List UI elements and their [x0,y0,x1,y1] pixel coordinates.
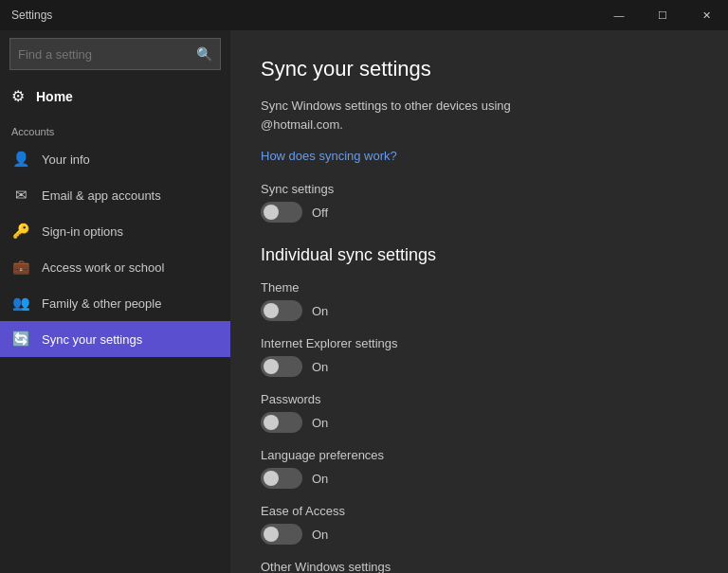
search-bar[interactable]: 🔍 [9,38,221,70]
passwords-toggle-container: On [261,412,698,433]
language-state: On [312,472,328,486]
sync-settings-toggle-knob [264,205,279,220]
sync-item-ie-settings: Internet Explorer settings On [261,336,698,377]
sync-settings-state: Off [312,206,328,220]
language-toggle[interactable] [261,468,302,489]
sync-description: Sync Windows settings to other devices u… [261,97,698,134]
passwords-state: On [312,416,328,430]
sidebar-item-family-other-people[interactable]: 👥 Family & other people [0,285,230,321]
sync-settings-toggle[interactable] [261,202,302,223]
home-icon: ⚙ [11,87,25,105]
sync-settings-label: Sync settings [261,182,698,196]
sync-item-language: Language preferences On [261,448,698,489]
family-other-people-label: Family & other people [42,296,161,311]
sync-settings-toggle-row: Sync settings Off [261,182,698,223]
titlebar: Settings — ☐ ✕ [0,0,728,30]
sync-your-settings-label: Sync your settings [42,332,142,347]
sync-item-other-windows: Other Windows settings On [261,560,698,573]
passwords-toggle-knob [264,415,279,430]
ie-state: On [312,360,328,374]
family-icon: 👥 [11,295,30,312]
minimize-button[interactable]: — [597,0,641,30]
language-label: Language preferences [261,448,698,462]
ie-toggle[interactable] [261,356,302,377]
ie-toggle-container: On [261,356,698,377]
app-title: Settings [11,9,52,22]
sidebar-item-home[interactable]: ⚙ Home [0,78,230,115]
theme-toggle[interactable] [261,300,302,321]
language-toggle-container: On [261,468,698,489]
ie-settings-label: Internet Explorer settings [261,336,698,350]
page-title: Sync your settings [261,57,698,81]
home-label: Home [36,89,73,104]
content-area: Sync your settings Sync Windows settings… [230,30,728,573]
ie-toggle-knob [264,359,279,374]
sign-in-icon: 🔑 [11,223,30,240]
passwords-toggle[interactable] [261,412,302,433]
passwords-label: Passwords [261,392,698,406]
work-school-icon: 💼 [11,259,30,276]
main-layout: 🔍 ⚙ Home Accounts 👤 Your info ✉ Email & … [0,30,728,573]
sync-item-theme: Theme On [261,280,698,321]
email-app-accounts-label: Email & app accounts [42,188,161,203]
description-line1: Sync Windows settings to other devices u… [261,98,511,113]
ease-access-toggle-knob [264,527,279,542]
ease-access-state: On [312,528,328,542]
sidebar-item-sign-in-options[interactable]: 🔑 Sign-in options [0,213,230,249]
sidebar-item-your-info[interactable]: 👤 Your info [0,141,230,177]
sidebar-item-access-work-school[interactable]: 💼 Access work or school [0,249,230,285]
search-icon: 🔍 [196,46,212,62]
other-windows-label: Other Windows settings [261,560,698,573]
email-icon: ✉ [11,187,30,204]
accounts-section-label: Accounts [0,115,230,141]
theme-toggle-knob [264,303,279,318]
sidebar-item-sync-your-settings[interactable]: 🔄 Sync your settings [0,321,230,357]
sync-item-passwords: Passwords On [261,392,698,433]
window-controls: — ☐ ✕ [597,0,728,30]
theme-state: On [312,304,328,318]
sync-icon: 🔄 [11,331,30,348]
your-info-label: Your info [42,152,90,167]
close-button[interactable]: ✕ [684,0,728,30]
sidebar: 🔍 ⚙ Home Accounts 👤 Your info ✉ Email & … [0,30,230,573]
ease-access-toggle-container: On [261,524,698,545]
ease-access-label: Ease of Access [261,504,698,518]
search-input[interactable] [18,47,196,62]
sync-item-ease-access: Ease of Access On [261,504,698,545]
access-work-school-label: Access work or school [42,260,164,275]
your-info-icon: 👤 [11,151,30,168]
maximize-button[interactable]: ☐ [641,0,684,30]
sync-settings-toggle-container: Off [261,202,698,223]
sign-in-options-label: Sign-in options [42,224,123,239]
how-does-syncing-link[interactable]: How does syncing work? [261,149,698,163]
language-toggle-knob [264,471,279,486]
ease-access-toggle[interactable] [261,524,302,545]
individual-sync-title: Individual sync settings [261,245,698,265]
description-line2: @hotmail.com. [261,117,343,132]
sidebar-item-email-app-accounts[interactable]: ✉ Email & app accounts [0,177,230,213]
theme-toggle-container: On [261,300,698,321]
theme-label: Theme [261,280,698,295]
